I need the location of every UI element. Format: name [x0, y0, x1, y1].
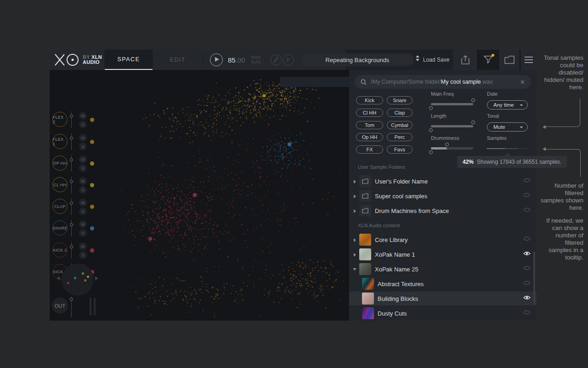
category-cymbal[interactable]: Cymbal	[387, 121, 413, 129]
solo-button[interactable]: S	[79, 121, 87, 128]
category-clap[interactable]: Clap	[387, 109, 413, 117]
track-pad-button[interactable]: CLAP	[52, 199, 68, 214]
solo-button[interactable]: S	[79, 229, 87, 237]
chevron-right-icon[interactable]	[354, 195, 356, 198]
minimap-next-arrow-icon[interactable]	[95, 276, 98, 281]
category-fx[interactable]: FX	[356, 145, 383, 154]
eye-closed-icon[interactable]	[523, 280, 531, 286]
sample-scatter-plot[interactable]	[50, 70, 349, 321]
track-fader-handle[interactable]	[70, 201, 73, 205]
track-fader-handle[interactable]	[70, 115, 73, 118]
track-fader-handle[interactable]	[70, 137, 73, 140]
preview-play-icon[interactable]	[283, 54, 294, 65]
chevron-right-icon[interactable]	[354, 238, 356, 242]
eye-closed-icon[interactable]	[523, 236, 531, 242]
minimap-prev-arrow-icon[interactable]	[57, 276, 60, 281]
preset-selector[interactable]: Repeating Backgrounds	[301, 53, 414, 66]
solo-button[interactable]: S	[79, 186, 87, 194]
mute-button[interactable]: M	[79, 199, 87, 207]
tab-space[interactable]: SPACE	[105, 50, 153, 70]
samples-dot-meter[interactable]	[487, 148, 527, 149]
category-snare[interactable]: Snare	[387, 96, 413, 104]
eye-closed-icon[interactable]	[523, 207, 531, 213]
slider-handle-min[interactable]	[429, 128, 433, 132]
list-item[interactable]: Super cool samples	[349, 189, 537, 203]
dropdown-tonal[interactable]: Mute	[487, 122, 528, 132]
solo-button[interactable]: S	[79, 207, 87, 215]
mute-button[interactable]: M	[79, 134, 87, 142]
save-button[interactable]: Save	[437, 57, 449, 63]
panel-scrollbar[interactable]	[533, 252, 535, 305]
track-pad-button[interactable]: FLEX 2	[52, 112, 68, 127]
category-favs[interactable]: Favs	[387, 145, 413, 154]
list-item[interactable]: XoPak Name 1	[349, 247, 537, 261]
slider-handle-max[interactable]	[471, 121, 475, 124]
category-op-hh[interactable]: Op HH	[356, 133, 383, 141]
track-fader-handle[interactable]	[70, 245, 73, 248]
list-item[interactable]: Abstract Textures	[349, 277, 537, 291]
solo-button[interactable]: S	[79, 143, 87, 150]
chevron-down-icon[interactable]	[353, 268, 356, 270]
track-pad-button[interactable]: SNARE	[52, 220, 68, 236]
bpm-display[interactable]: 85.00	[228, 56, 245, 64]
track-pad-button[interactable]: KICK 2	[52, 242, 68, 258]
chevron-right-icon[interactable]	[354, 209, 356, 213]
export-button[interactable]	[453, 50, 477, 70]
category-tom[interactable]: Tom	[356, 121, 383, 129]
menu-button[interactable]	[520, 50, 537, 70]
list-item[interactable]: XoPak Name 25	[349, 262, 537, 276]
eye-closed-icon[interactable]	[523, 310, 531, 315]
eye-open-icon[interactable]	[523, 295, 531, 300]
track-pad-button[interactable]: FLEX 1	[52, 134, 68, 149]
slider-drumminess[interactable]	[431, 147, 473, 150]
slider-length[interactable]	[431, 125, 473, 127]
dropdown-date[interactable]: Any time	[487, 100, 528, 109]
chevron-right-icon[interactable]	[354, 180, 356, 184]
preset-stepper[interactable]	[416, 55, 419, 61]
out-fader-handle[interactable]	[70, 298, 73, 301]
load-button[interactable]: Load	[423, 57, 435, 63]
mute-button[interactable]: M	[79, 177, 87, 185]
solo-button[interactable]: S	[79, 164, 87, 172]
out-channel-button[interactable]: OUT	[52, 298, 68, 314]
space-minimap[interactable]	[62, 264, 94, 296]
list-item[interactable]: Building Blocks	[349, 292, 537, 305]
category-kick[interactable]: Kick	[356, 96, 383, 104]
category-cl-hh[interactable]: Cl HH	[356, 109, 383, 117]
list-item[interactable]: Core Library	[349, 233, 537, 247]
chevron-right-icon[interactable]	[354, 253, 356, 257]
category-perc[interactable]: Perc	[387, 133, 413, 141]
slider-handle-min[interactable]	[429, 150, 433, 154]
track-pad-button[interactable]: OP HH	[52, 155, 68, 171]
slider-handle-max[interactable]	[445, 143, 449, 146]
slider-handle-max[interactable]	[471, 98, 475, 102]
mute-button[interactable]: M	[79, 242, 87, 250]
preset-down-icon[interactable]	[416, 59, 419, 61]
preset-up-icon[interactable]	[416, 55, 419, 58]
track-fader-handle[interactable]	[70, 223, 73, 226]
eye-closed-icon[interactable]	[523, 265, 531, 271]
list-item[interactable]: User's Folder Name	[349, 174, 537, 188]
mute-button[interactable]: M	[79, 155, 87, 163]
eye-closed-icon[interactable]	[523, 192, 531, 198]
search-input[interactable]: /My Computer/Some folder/My cool sample.…	[355, 75, 531, 89]
track-fader-handle[interactable]	[70, 180, 73, 183]
mute-button[interactable]: M	[79, 112, 87, 120]
slider-handle-min[interactable]	[429, 106, 433, 110]
eye-closed-icon[interactable]	[523, 178, 531, 183]
filter-button[interactable]	[477, 50, 498, 70]
solo-button[interactable]: S	[79, 251, 87, 259]
search-clear-icon[interactable]: ✕	[520, 79, 525, 86]
host-sync-label[interactable]: HostSync	[251, 55, 261, 64]
tap-tempo-icon[interactable]	[271, 54, 282, 65]
browser-button[interactable]	[498, 50, 520, 70]
list-item[interactable]: Drum Machines from Space	[349, 204, 537, 218]
track-fader-handle[interactable]	[70, 158, 73, 161]
slider-main-freq[interactable]	[431, 103, 473, 105]
eye-open-icon[interactable]	[523, 251, 531, 256]
track-pad-button[interactable]: CL HH	[52, 177, 68, 192]
tab-edit[interactable]: EDIT	[153, 50, 203, 70]
play-button[interactable]	[210, 53, 223, 66]
list-item[interactable]: Dusty Cuts	[349, 306, 537, 320]
mute-button[interactable]: M	[79, 220, 87, 228]
